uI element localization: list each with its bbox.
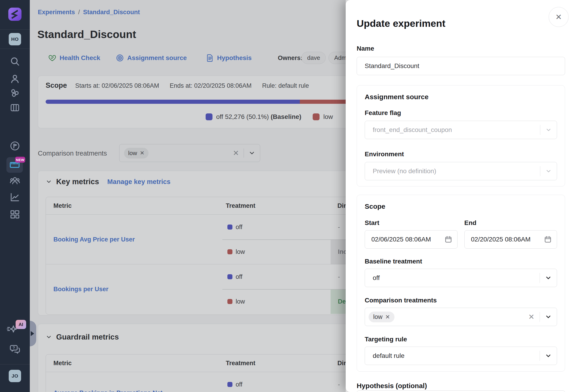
chevron-down-icon	[545, 313, 552, 320]
start-date-field[interactable]: 02/06/2025 08:06AM	[365, 230, 457, 249]
scope-card: Scope Start 02/06/2025 08:06AM End 02/20…	[357, 195, 565, 372]
chip-remove-icon[interactable]: ✕	[385, 314, 390, 320]
calendar-icon	[444, 236, 452, 243]
chevron-down-icon	[545, 168, 552, 174]
treatment-chip-low[interactable]: low ✕	[369, 312, 395, 322]
columns-icon	[10, 103, 20, 113]
start-label: Start	[365, 219, 457, 227]
assignment-source-title: Assignment source	[365, 92, 557, 101]
hypothesis-optional-label: Hypothesis (optional)	[357, 382, 565, 390]
chevron-down-icon	[545, 274, 552, 281]
hexagons-icon	[10, 88, 20, 98]
close-button[interactable]: ✕	[549, 7, 569, 27]
sidebar-item-dashboards[interactable]	[0, 210, 30, 220]
name-label: Name	[357, 45, 565, 52]
sidebar-item-ai-assistant[interactable]: AI	[6, 323, 24, 337]
sidebar-item-audiences[interactable]	[0, 176, 30, 186]
svg-text:?: ?	[13, 346, 15, 350]
sidebar-divider	[0, 364, 30, 364]
update-experiment-panel: ✕ Update experiment Name Standard_Discou…	[346, 0, 571, 392]
panel-title: Update experiment	[357, 17, 565, 29]
help-chat-icon: ?	[9, 344, 20, 355]
targeting-rule-label: Targeting rule	[365, 336, 557, 343]
hypothesis-textarea[interactable]	[357, 390, 565, 392]
person-icon	[10, 74, 20, 84]
comparison-treatments-multiselect[interactable]: low ✕ ✕	[365, 308, 557, 326]
search-icon	[10, 56, 20, 67]
environment-select[interactable]: Preview (no definition)	[365, 162, 557, 180]
select-divider	[540, 351, 540, 361]
sidebar-item-analytics[interactable]	[0, 192, 30, 203]
calendar-icon	[544, 236, 552, 243]
workspace-switcher[interactable]: HO	[0, 33, 30, 45]
select-divider	[540, 125, 541, 135]
clear-icon[interactable]: ✕	[528, 313, 535, 321]
sidebar-item-features[interactable]	[0, 88, 30, 98]
people-group-icon	[10, 176, 20, 186]
scope-title: Scope	[365, 202, 557, 211]
assignment-source-card: Assignment source Feature flag front_end…	[357, 85, 565, 186]
sidebar-item-users[interactable]	[0, 74, 30, 84]
name-field[interactable]: Standard_Discount	[357, 57, 565, 75]
end-date-field[interactable]: 02/20/2025 08:06AM	[464, 230, 557, 249]
user-avatar: JO	[9, 370, 21, 382]
user-menu[interactable]: JO	[0, 370, 30, 382]
new-badge: NEW	[15, 157, 25, 163]
feature-flag-select[interactable]: front_end_discount_coupon	[365, 121, 557, 139]
feature-flag-label: Feature flag	[365, 109, 557, 117]
baseline-treatment-select[interactable]: off	[365, 269, 557, 287]
sidebar-item-releases[interactable]	[0, 141, 30, 151]
environment-label: Environment	[365, 151, 557, 158]
end-label: End	[464, 219, 557, 227]
workspace-badge: HO	[9, 33, 21, 45]
select-divider	[540, 312, 540, 322]
sidebar-divider	[0, 29, 30, 29]
select-divider	[540, 273, 540, 283]
select-divider	[540, 166, 541, 176]
sidebar-divider	[0, 49, 30, 49]
close-icon: ✕	[556, 12, 562, 22]
sidebar-expand-handle[interactable]	[30, 321, 36, 346]
chevron-right-icon	[31, 331, 34, 336]
sidebar-item-columns[interactable]	[0, 103, 30, 113]
ai-badge: AI	[15, 320, 26, 329]
app-logo[interactable]	[0, 7, 30, 21]
comparison-treatments-label: Comparison treatments	[365, 297, 557, 304]
app-logo-icon	[8, 7, 22, 21]
targeting-rule-select[interactable]: default rule	[365, 347, 557, 365]
dashboard-grid-icon	[10, 210, 20, 220]
flag-circle-icon	[10, 141, 20, 151]
chevron-down-icon	[545, 127, 552, 133]
chevron-down-icon	[545, 352, 552, 359]
sidebar-item-help[interactable]: ?	[0, 344, 30, 355]
line-chart-icon	[10, 192, 20, 203]
baseline-treatment-label: Baseline treatment	[365, 258, 557, 265]
sidebar: HO NEW	[0, 0, 30, 392]
modal-overlay[interactable]	[30, 0, 346, 392]
sidebar-item-search[interactable]	[0, 56, 30, 67]
